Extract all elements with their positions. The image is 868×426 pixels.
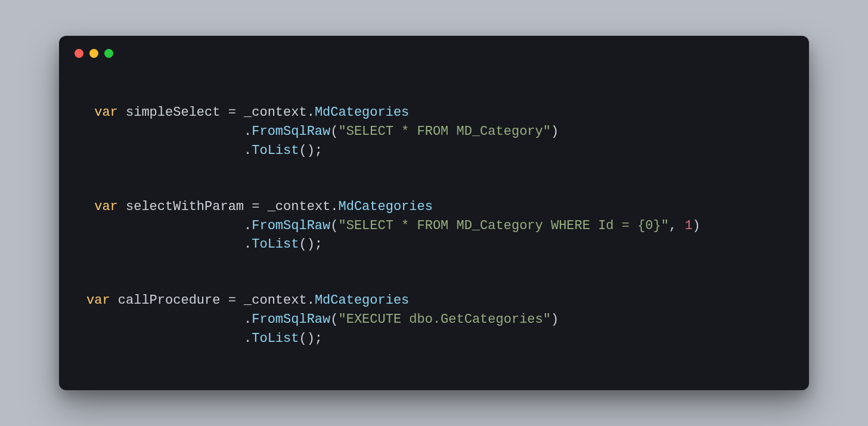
indent [86,218,244,233]
dot: . [244,218,252,233]
paren: ( [330,124,338,139]
keyword: var [94,199,118,214]
code-block: var selectWithParam = _context.MdCategor… [86,197,782,255]
dot: . [244,312,252,327]
dot: . [307,105,315,120]
titlebar [59,36,809,66]
indent [86,237,244,252]
paren: ( [330,218,338,233]
minimize-icon[interactable] [89,49,98,58]
context: _context [268,199,331,214]
indent [86,312,244,327]
string: "SELECT * FROM MD_Category WHERE Id = {0… [338,218,669,233]
indent [86,124,244,139]
method: ToList [252,331,299,346]
indent [86,199,94,214]
maximize-icon[interactable] [104,49,113,58]
number: 1 [684,218,692,233]
dot: . [307,293,315,308]
property: MdCategories [339,199,433,214]
code-window: var simpleSelect = _context.MdCategories… [59,36,809,390]
method: FromSqlRaw [252,312,330,327]
context: _context [244,105,307,120]
property: MdCategories [315,293,409,308]
code-content: var simpleSelect = _context.MdCategories… [59,66,809,348]
operator: = [220,105,244,120]
method: ToList [252,237,299,252]
dot: . [244,331,252,346]
paren: (); [299,237,323,252]
comma: , [669,218,684,233]
paren: ) [551,124,559,139]
indent [86,105,94,120]
paren: ) [693,218,700,233]
context: _context [244,293,307,308]
operator: = [220,293,244,308]
paren: (); [299,143,323,158]
property: MdCategories [315,105,409,120]
method: FromSqlRaw [252,124,330,139]
indent [86,331,244,346]
close-icon[interactable] [75,49,83,58]
paren: ( [330,312,338,327]
string: "SELECT * FROM MD_Category" [338,124,550,139]
operator: = [244,199,268,214]
code-block: var callProcedure = _context.MdCategorie… [86,291,782,348]
method: FromSqlRaw [252,218,330,233]
dot: . [244,124,252,139]
paren: (); [299,331,323,346]
code-block: var simpleSelect = _context.MdCategories… [86,103,782,160]
dot: . [330,199,338,214]
keyword: var [94,105,118,120]
method: ToList [252,143,299,158]
variable: selectWithParam [126,199,244,214]
variable: simpleSelect [126,105,220,120]
variable: callProcedure [118,293,221,308]
indent [86,143,244,158]
string: "EXECUTE dbo.GetCategories" [338,312,550,327]
dot: . [244,237,252,252]
paren: ) [551,312,559,327]
dot: . [244,143,252,158]
keyword: var [86,293,110,308]
